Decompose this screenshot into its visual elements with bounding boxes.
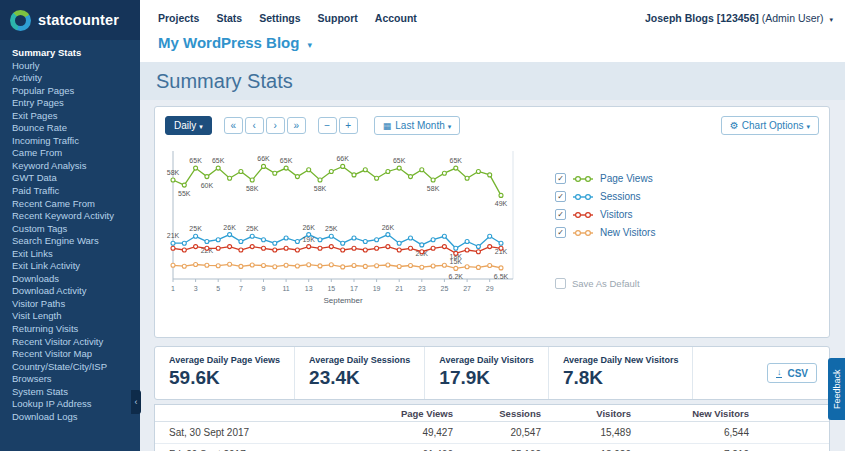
legend-label: Page Views xyxy=(600,173,653,184)
svg-text:29: 29 xyxy=(486,285,494,292)
summary-card-label: Average Daily Visitors xyxy=(439,355,534,365)
sidebar-item-recent-keyword-activity[interactable]: Recent Keyword Activity xyxy=(12,210,140,223)
svg-text:17: 17 xyxy=(350,285,358,292)
topnav-settings[interactable]: Settings xyxy=(259,12,300,24)
sidebar-item-came-from[interactable]: Came From xyxy=(12,147,140,160)
sidebar-item-summary-stats[interactable]: Summary Stats xyxy=(12,47,140,60)
row-value: 20,547 xyxy=(453,427,541,438)
user-menu[interactable]: Joseph Blogs [123456] (Admin User) ▾ xyxy=(645,12,833,24)
sidebar-item-downloads[interactable]: Downloads xyxy=(12,273,140,286)
summary-card-value: 7.8K xyxy=(563,367,679,389)
zoom-group: − + xyxy=(318,117,358,134)
caret-down-icon: ▾ xyxy=(448,123,452,130)
last-page-button[interactable]: » xyxy=(287,117,306,134)
csv-export-button[interactable]: ↓ CSV xyxy=(767,363,817,383)
topnav-stats[interactable]: Stats xyxy=(216,12,242,24)
sidebar-item-download-logs[interactable]: Download Logs xyxy=(12,411,140,424)
summary-card-label: Average Daily New Visitors xyxy=(563,355,679,365)
sidebar-item-visit-length[interactable]: Visit Length xyxy=(12,310,140,323)
sidebar-item-paid-traffic[interactable]: Paid Traffic xyxy=(12,185,140,198)
date-range-button[interactable]: ▦Last Month▾ xyxy=(374,116,461,135)
sidebar-item-hourly[interactable]: Hourly xyxy=(12,60,140,73)
summary-card-value: 23.4K xyxy=(309,367,410,389)
sidebar-item-incoming-traffic[interactable]: Incoming Traffic xyxy=(12,135,140,148)
user-name: Joseph Blogs [123456] xyxy=(645,12,759,24)
chart-controls: Daily▾ « ‹ › » − + ▦Last Month▾ ⚙Chart O… xyxy=(155,107,829,137)
sidebar-item-browsers[interactable]: Browsers xyxy=(12,373,140,386)
sidebar-item-lookup-ip-address[interactable]: Lookup IP Address xyxy=(12,398,140,411)
svg-text:1: 1 xyxy=(171,285,175,292)
svg-text:23: 23 xyxy=(418,285,426,292)
topnav-support[interactable]: Support xyxy=(318,12,358,24)
statcounter-logo[interactable]: statcounter xyxy=(0,0,140,40)
table-header-visitors: Visitors xyxy=(541,408,631,419)
svg-text:15: 15 xyxy=(327,285,335,292)
sidebar-item-recent-visitor-activity[interactable]: Recent Visitor Activity xyxy=(12,336,140,349)
csv-label: CSV xyxy=(787,368,808,379)
sidebar-item-entry-pages[interactable]: Entry Pages xyxy=(12,97,140,110)
svg-text:58K: 58K xyxy=(314,185,327,192)
project-selector[interactable]: My WordPress Blog ▾ xyxy=(158,34,312,51)
prev-page-button[interactable]: ‹ xyxy=(245,117,264,134)
series-line-icon xyxy=(572,174,594,184)
first-page-button[interactable]: « xyxy=(224,117,243,134)
legend-checkbox-visitors[interactable]: ✓ xyxy=(555,209,566,220)
granularity-dropdown[interactable]: Daily▾ xyxy=(165,116,212,135)
svg-text:58K: 58K xyxy=(167,169,180,176)
sidebar-item-recent-came-from[interactable]: Recent Came From xyxy=(12,198,140,211)
legend-checkbox-sessions[interactable]: ✓ xyxy=(555,191,566,202)
row-value: 6,544 xyxy=(631,427,749,438)
topnav-account[interactable]: Account xyxy=(375,12,417,24)
feedback-tab[interactable]: Feedback xyxy=(828,358,845,420)
statcounter-logo-icon xyxy=(10,10,31,31)
sidebar-item-exit-link-activity[interactable]: Exit Link Activity xyxy=(12,260,140,273)
legend-checkbox-page-views[interactable]: ✓ xyxy=(555,173,566,184)
svg-text:September: September xyxy=(323,296,362,305)
daily-stats-table: Page ViewsSessionsVisitorsNew Visitors S… xyxy=(154,404,830,451)
sidebar-item-popular-pages[interactable]: Popular Pages xyxy=(12,85,140,98)
main-area: ProjectsStatsSettingsSupportAccount Jose… xyxy=(140,0,845,451)
project-name: My WordPress Blog xyxy=(158,34,299,51)
brand-name: statcounter xyxy=(38,12,119,28)
top-nav: ProjectsStatsSettingsSupportAccount xyxy=(158,12,417,24)
sidebar-item-country-state-city-isp[interactable]: Country/State/City/ISP xyxy=(12,361,140,374)
sidebar-collapse-button[interactable]: ‹ xyxy=(131,390,141,414)
chart-legend: ✓ Page Views ✓ Sessions ✓ Visitors ✓ New… xyxy=(555,139,655,311)
legend-item-page-views: ✓ Page Views xyxy=(555,173,655,184)
sidebar-item-custom-tags[interactable]: Custom Tags xyxy=(12,223,140,236)
sidebar-item-download-activity[interactable]: Download Activity xyxy=(12,285,140,298)
topnav-projects[interactable]: Projects xyxy=(158,12,199,24)
svg-text:7: 7 xyxy=(239,285,243,292)
summary-card-label: Average Daily Page Views xyxy=(169,355,280,365)
sidebar-item-system-stats[interactable]: System Stats xyxy=(12,386,140,399)
sidebar-item-bounce-rate[interactable]: Bounce Rate xyxy=(12,122,140,135)
svg-text:65K: 65K xyxy=(189,157,202,164)
sidebar-item-returning-visits[interactable]: Returning Visits xyxy=(12,323,140,336)
sidebar-item-search-engine-wars[interactable]: Search Engine Wars xyxy=(12,235,140,248)
legend-checkbox-new-visitors[interactable]: ✓ xyxy=(555,227,566,238)
chart-options-label: Chart Options xyxy=(742,120,804,131)
zoom-out-button[interactable]: − xyxy=(318,117,337,134)
svg-text:13: 13 xyxy=(305,285,313,292)
svg-text:55K: 55K xyxy=(178,190,191,197)
sidebar-item-exit-pages[interactable]: Exit Pages xyxy=(12,110,140,123)
next-page-button[interactable]: › xyxy=(266,117,285,134)
granularity-label: Daily xyxy=(174,120,196,131)
save-as-default-label: Save As Default xyxy=(572,278,640,289)
sidebar-item-activity[interactable]: Activity xyxy=(12,72,140,85)
svg-text:27: 27 xyxy=(463,285,471,292)
sidebar-item-visitor-paths[interactable]: Visitor Paths xyxy=(12,298,140,311)
sidebar-item-exit-links[interactable]: Exit Links xyxy=(12,248,140,261)
svg-text:66K: 66K xyxy=(257,155,270,162)
sidebar-item-gwt-data[interactable]: GWT Data xyxy=(12,172,140,185)
top-bar: ProjectsStatsSettingsSupportAccount Jose… xyxy=(140,0,845,62)
page-header: Summary Stats xyxy=(140,62,845,100)
summary-card-1: Average Daily Sessions 23.4K xyxy=(295,347,425,399)
table-header-page-views: Page Views xyxy=(325,408,453,419)
save-as-default-checkbox[interactable]: Save As Default xyxy=(555,278,655,289)
sidebar-item-recent-visitor-map[interactable]: Recent Visitor Map xyxy=(12,348,140,361)
zoom-in-button[interactable]: + xyxy=(339,117,358,134)
sidebar-item-keyword-analysis[interactable]: Keyword Analysis xyxy=(12,160,140,173)
chart-options-button[interactable]: ⚙Chart Options▾ xyxy=(721,116,819,135)
series-line-icon xyxy=(572,192,594,202)
